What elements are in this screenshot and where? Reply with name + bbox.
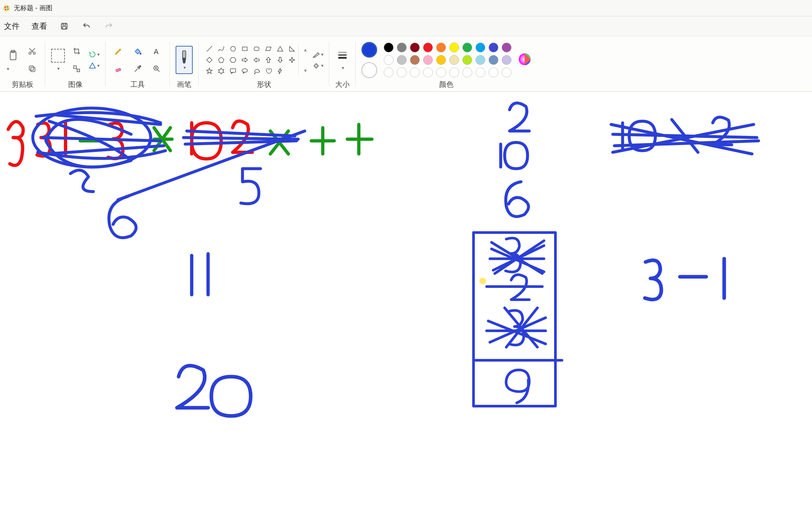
svg-point-1	[5, 7, 6, 8]
view-menu[interactable]: 查看	[32, 21, 47, 32]
shape-six-star[interactable]	[216, 66, 226, 76]
color-swatch-empty[interactable]	[449, 67, 459, 77]
group-clipboard: ▾ 剪贴板	[0, 36, 45, 92]
svg-point-22	[231, 47, 235, 51]
color-swatch[interactable]	[476, 55, 485, 65]
color-swatch-empty[interactable]	[436, 67, 446, 77]
color-swatch[interactable]	[397, 43, 407, 52]
chevron-down-icon[interactable]: ▾	[183, 65, 186, 70]
color-swatch[interactable]	[423, 55, 433, 65]
paint-app-icon	[3, 4, 10, 12]
shape-roundrect[interactable]	[252, 44, 262, 54]
color-swatch[interactable]	[397, 55, 407, 65]
size-icon[interactable]	[337, 49, 348, 62]
shape-circle[interactable]	[228, 44, 238, 54]
shape-triangle[interactable]	[275, 44, 285, 54]
color-swatch[interactable]	[489, 55, 498, 65]
shape-speech-rect[interactable]	[228, 66, 238, 76]
shape-parallelogram[interactable]	[264, 44, 273, 54]
shape-speech-round[interactable]	[240, 66, 250, 76]
color-swatch[interactable]	[410, 43, 420, 52]
color-swatch[interactable]	[489, 43, 498, 52]
color-swatch[interactable]	[436, 55, 446, 65]
shapes-scrollbar[interactable]: ▴▾	[303, 47, 308, 74]
pencil-tool-icon[interactable]	[111, 44, 126, 58]
eyedropper-tool-icon[interactable]	[130, 62, 145, 76]
crop-icon[interactable]	[69, 44, 84, 58]
shape-hexagon[interactable]	[228, 55, 238, 65]
color-swatch[interactable]	[502, 43, 511, 52]
select-tool[interactable]	[51, 49, 65, 63]
group-size: ▾ 大小	[329, 36, 356, 92]
color-swatch-empty[interactable]	[397, 67, 407, 77]
color-swatch[interactable]	[463, 55, 472, 65]
svg-text:A: A	[154, 48, 159, 55]
rotate-dropdown[interactable]: ▾	[89, 50, 100, 58]
shape-heart[interactable]	[264, 66, 273, 76]
edit-colors-icon[interactable]	[518, 53, 531, 67]
color-swatch[interactable]	[449, 43, 459, 52]
color-swatch-empty[interactable]	[384, 67, 393, 77]
color-swatch[interactable]	[436, 43, 446, 52]
color-1[interactable]	[362, 42, 377, 58]
shape-four-star[interactable]	[287, 55, 297, 65]
resize-icon[interactable]	[69, 62, 84, 76]
magnifier-tool-icon[interactable]	[150, 62, 164, 76]
window-title: 无标题 - 画图	[14, 4, 52, 12]
eraser-tool-icon[interactable]	[111, 62, 126, 76]
color-swatch[interactable]	[463, 43, 472, 52]
color-swatch[interactable]	[384, 55, 393, 65]
shape-rect[interactable]	[240, 44, 250, 54]
color-swatch[interactable]	[502, 55, 511, 65]
undo-icon[interactable]	[81, 21, 92, 32]
color-swatch-empty[interactable]	[489, 67, 498, 77]
shapes-gallery[interactable]	[205, 44, 299, 76]
color-swatch[interactable]	[423, 43, 433, 52]
paste-icon[interactable]	[6, 49, 20, 63]
svg-rect-14	[74, 66, 76, 68]
shape-arrow-left[interactable]	[252, 55, 262, 65]
shape-speech-cloud[interactable]	[252, 66, 262, 76]
svg-point-26	[242, 69, 248, 72]
color-swatch[interactable]	[449, 55, 459, 65]
text-tool-icon[interactable]: A	[150, 44, 164, 58]
file-menu[interactable]: 文件	[4, 21, 20, 32]
color-swatch[interactable]	[384, 43, 393, 52]
shape-outline-dropdown[interactable]: ▾	[312, 50, 323, 58]
color-2[interactable]	[362, 62, 377, 78]
color-swatch-empty[interactable]	[410, 67, 420, 77]
fill-tool-icon[interactable]	[130, 44, 145, 58]
shape-pentagon[interactable]	[216, 55, 226, 65]
shape-line[interactable]	[205, 44, 214, 54]
color-swatch-empty[interactable]	[476, 67, 485, 77]
shape-right-triangle[interactable]	[287, 44, 297, 54]
svg-rect-7	[63, 26, 66, 29]
color-swatch-empty[interactable]	[502, 67, 511, 77]
chevron-down-icon[interactable]: ▾	[7, 66, 20, 71]
chevron-down-icon[interactable]: ▾	[57, 66, 60, 71]
flip-dropdown[interactable]: ▾	[89, 62, 100, 69]
shape-arrow-up[interactable]	[264, 55, 273, 65]
shape-diamond[interactable]	[205, 55, 214, 65]
brush-tool[interactable]: ▾	[176, 46, 193, 74]
shape-five-star[interactable]	[205, 66, 214, 76]
color-swatch[interactable]	[410, 55, 420, 65]
group-label: 形状	[257, 79, 271, 90]
color-swatch[interactable]	[476, 43, 485, 52]
save-icon[interactable]	[59, 21, 69, 32]
color-swatch-empty[interactable]	[423, 67, 433, 77]
group-tools: A 工具	[106, 36, 170, 92]
svg-rect-8	[10, 52, 16, 60]
canvas[interactable]	[0, 92, 812, 507]
copy-icon[interactable]	[25, 62, 39, 76]
shape-arrow-down[interactable]	[275, 55, 285, 65]
shape-curve[interactable]	[216, 44, 226, 54]
group-brushes: ▾ 画笔	[170, 36, 199, 92]
shape-lightning[interactable]	[275, 66, 285, 76]
color-swatch-empty[interactable]	[463, 67, 472, 77]
svg-rect-12	[31, 67, 35, 72]
shape-fill-dropdown[interactable]: ▾	[312, 62, 323, 69]
shape-arrow-right[interactable]	[240, 55, 250, 65]
chevron-down-icon[interactable]: ▾	[342, 65, 344, 70]
cut-icon[interactable]	[25, 44, 39, 58]
